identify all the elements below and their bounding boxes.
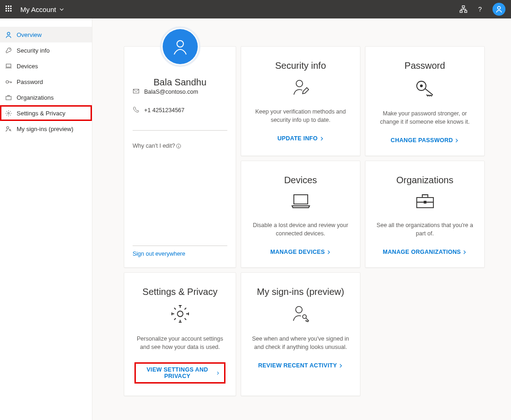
svg-rect-14	[133, 89, 139, 93]
sidebar-item-settings-privacy[interactable]: Settings & Privacy	[0, 105, 92, 121]
gear-icon	[5, 109, 12, 117]
card-desc: See all the organizations that you're a …	[376, 222, 474, 238]
svg-rect-0	[462, 6, 465, 8]
card-desc: Disable a lost device and review your co…	[251, 222, 350, 238]
svg-point-8	[6, 80, 8, 83]
key-large-icon	[414, 78, 436, 101]
svg-text:?: ?	[478, 6, 482, 13]
person-key-large-icon	[291, 304, 311, 326]
briefcase-large-icon	[414, 192, 436, 212]
sidebar-item-label: Password	[17, 78, 43, 85]
card-desc: Keep your verification methods and secur…	[251, 108, 350, 124]
action-label: VIEW SETTINGS AND PRIVACY	[140, 366, 214, 379]
person-key-icon	[5, 125, 12, 132]
profile-phone-text: +1 4251234567	[144, 107, 184, 114]
svg-point-4	[498, 6, 500, 9]
signout-everywhere-link[interactable]: Sign out everywhere	[133, 251, 227, 257]
org-tree-icon[interactable]	[459, 5, 468, 13]
svg-rect-2	[465, 11, 467, 12]
why-cant-edit-text: Why can't I edit?	[133, 143, 175, 149]
action-label: CHANGE PASSWORD	[391, 137, 453, 144]
card-desc: See when and where you've signed in and …	[251, 335, 350, 351]
password-card: Password Make your password stronger, or…	[365, 46, 485, 156]
view-settings-privacy-action[interactable]: VIEW SETTINGS AND PRIVACY	[134, 362, 225, 384]
profile-email-text: BalaS@contoso.com	[144, 89, 198, 95]
card-title: Password	[405, 60, 445, 71]
svg-point-23	[303, 315, 306, 318]
svg-point-13	[177, 41, 183, 47]
action-label: UPDATE INFO	[277, 135, 317, 142]
sidebar-item-overview[interactable]: Overview	[0, 27, 92, 42]
action-label: MANAGE ORGANIZATIONS	[383, 249, 461, 255]
mail-icon	[133, 88, 140, 96]
key-icon	[5, 47, 12, 54]
profile-phone: +1 4251234567	[133, 106, 227, 114]
security-info-card: Security info Keep your verification met…	[241, 46, 360, 156]
settings-privacy-card: Settings & Privacy Personalize your acco…	[124, 272, 236, 396]
svg-rect-9	[6, 96, 11, 100]
signins-card: My sign-ins (preview) See when and where…	[241, 272, 360, 396]
chevron-right-icon	[462, 250, 467, 254]
sidebar-item-security[interactable]: Security info	[0, 42, 92, 58]
change-password-action[interactable]: CHANGE PASSWORD	[391, 137, 459, 144]
app-launcher-icon[interactable]	[6, 6, 13, 13]
why-cant-edit[interactable]: Why can't I edit?	[133, 143, 227, 149]
sidebar-item-label: Overview	[17, 31, 42, 38]
briefcase-icon	[5, 94, 12, 101]
sidebar-item-label: My sign-ins (preview)	[17, 126, 73, 132]
card-desc: Make your password stronger, or change i…	[376, 110, 474, 126]
laptop-large-icon	[289, 192, 312, 212]
topbar-right: ?	[459, 3, 505, 16]
card-title: My sign-ins (preview)	[257, 287, 344, 297]
svg-point-6	[9, 48, 10, 49]
profile-name: Bala Sandhu	[153, 77, 207, 88]
profile-card: Bala Sandhu BalaS@contoso.com +1 4251234…	[124, 46, 236, 268]
password-key-icon	[5, 78, 12, 85]
sidebar-item-password[interactable]: Password	[0, 74, 92, 90]
update-info-action[interactable]: UPDATE INFO	[277, 135, 323, 142]
review-activity-action[interactable]: REVIEW RECENT ACTIVITY	[258, 362, 343, 369]
phone-icon	[133, 106, 140, 114]
svg-rect-20	[417, 198, 433, 208]
manage-organizations-action[interactable]: MANAGE ORGANIZATIONS	[383, 249, 467, 255]
divider	[133, 130, 227, 131]
card-title: Settings & Privacy	[142, 287, 217, 297]
organizations-card: Organizations See all the organizations …	[365, 161, 485, 268]
sidebar-item-devices[interactable]: Devices	[0, 58, 92, 74]
gear-large-icon	[170, 304, 190, 326]
sidebar-item-signins[interactable]: My sign-ins (preview)	[0, 121, 92, 137]
svg-rect-7	[6, 64, 11, 67]
chevron-right-icon	[320, 137, 324, 141]
card-title: Devices	[284, 175, 317, 186]
manage-devices-action[interactable]: MANAGE DEVICES	[270, 249, 331, 255]
info-icon	[176, 144, 181, 149]
chevron-right-icon	[455, 138, 459, 143]
laptop-icon	[5, 62, 12, 70]
svg-point-11	[6, 126, 9, 129]
svg-point-18	[420, 84, 423, 87]
topbar-title-text: My Account	[20, 6, 56, 13]
sidebar-item-label: Security info	[17, 47, 50, 54]
person-edit-icon	[291, 78, 310, 99]
svg-point-16	[296, 80, 303, 87]
profile-avatar	[160, 26, 201, 67]
action-label: REVIEW RECENT ACTIVITY	[258, 362, 337, 369]
topbar: My Account ?	[0, 0, 511, 18]
chevron-down-icon	[59, 7, 64, 12]
svg-rect-1	[460, 11, 462, 12]
devices-card: Devices Disable a lost device and review…	[241, 161, 360, 268]
svg-rect-19	[294, 195, 308, 204]
person-icon	[5, 31, 12, 38]
card-title: Security info	[275, 60, 326, 71]
svg-point-5	[7, 32, 10, 35]
chevron-right-icon	[339, 364, 343, 368]
action-label: MANAGE DEVICES	[270, 249, 325, 255]
sidebar-item-organizations[interactable]: Organizations	[0, 90, 92, 105]
user-avatar[interactable]	[493, 3, 505, 16]
help-icon[interactable]: ?	[476, 5, 484, 13]
topbar-title[interactable]: My Account	[20, 6, 64, 13]
svg-point-22	[296, 306, 302, 313]
svg-point-10	[7, 112, 9, 114]
chevron-right-icon	[327, 250, 331, 254]
card-title: Organizations	[396, 175, 453, 186]
